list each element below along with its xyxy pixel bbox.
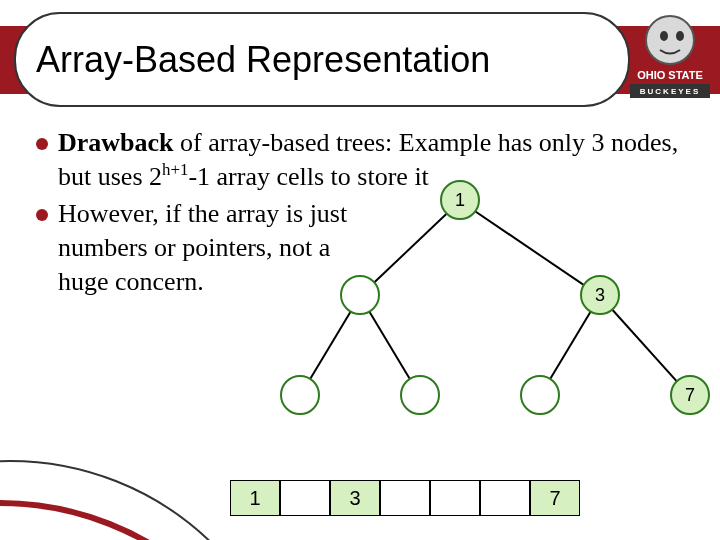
tree-diagram: 137 <box>330 180 720 450</box>
svg-point-0 <box>646 16 694 64</box>
footer-arc-outer <box>0 460 220 540</box>
tree-node-filled: 1 <box>440 180 480 220</box>
bullet-1-sup: h+1 <box>162 161 188 180</box>
svg-point-2 <box>676 31 684 41</box>
tree-node-filled: 3 <box>580 275 620 315</box>
tree-node-empty <box>340 275 380 315</box>
array-cell-filled: 3 <box>330 480 380 516</box>
array-cell-empty <box>280 480 330 516</box>
array-cell-empty <box>430 480 480 516</box>
tree-node-filled: 7 <box>670 375 710 415</box>
logo-text-bottom: BUCKEYES <box>640 87 700 96</box>
logo-text-top: OHIO STATE <box>637 69 703 81</box>
bullet-1-bold: Drawback <box>58 128 174 157</box>
slide-title: Array-Based Representation <box>36 39 490 81</box>
footer-decoration <box>0 450 220 540</box>
bullet-dot-icon <box>36 209 48 221</box>
array-cell-filled: 7 <box>530 480 580 516</box>
bullet-2-text: However, if the array is just numbers or… <box>58 197 348 300</box>
array-representation: 137 <box>230 480 580 516</box>
array-cell-filled: 1 <box>230 480 280 516</box>
tree-node-empty <box>280 375 320 415</box>
array-cell-empty <box>480 480 530 516</box>
bullet-dot-icon <box>36 138 48 150</box>
ohio-state-logo: OHIO STATE BUCKEYES <box>630 12 710 102</box>
tree-node-empty <box>520 375 560 415</box>
footer-arc-red <box>0 500 220 540</box>
tree-node-empty <box>400 375 440 415</box>
bullet-2-body: However, if the array is just numbers or… <box>58 199 347 297</box>
tree-edge <box>459 200 600 297</box>
svg-point-1 <box>660 31 668 41</box>
array-cell-empty <box>380 480 430 516</box>
title-bar: Array-Based Representation <box>14 12 630 107</box>
